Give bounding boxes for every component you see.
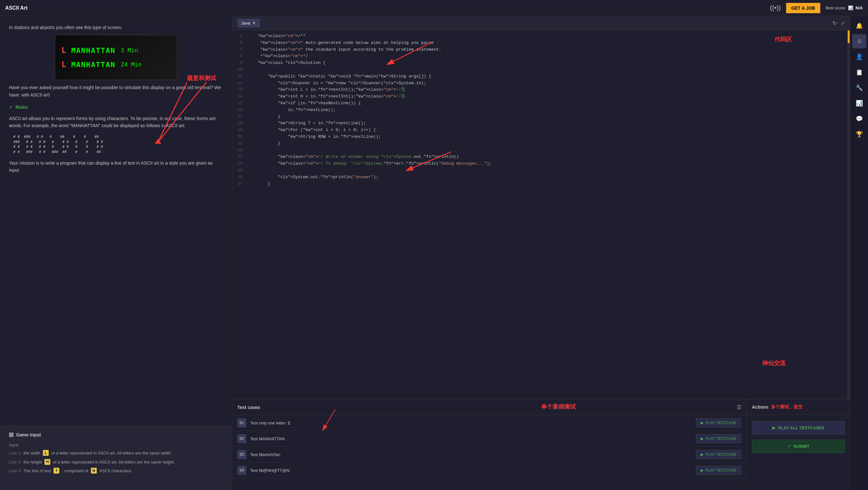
- submit-button[interactable]: ✓ SUBMIT: [752, 440, 845, 453]
- code-line-8: 8 *"kw">class="cm">*/: [232, 53, 847, 60]
- language-label: Java: [241, 21, 250, 26]
- problem-description: In stations and airports you often see t…: [0, 16, 232, 426]
- sign-letter-1: L: [62, 44, 66, 57]
- code-line-23: 23 "kw">class="cm">// Write an answer us…: [232, 154, 847, 161]
- play-testcase-button[interactable]: ▶ PLAY TESTCASE: [696, 450, 741, 459]
- code-content[interactable]: 5 "kw">class="cm">/**6 "kw">class="cm">*…: [232, 30, 847, 399]
- test-number: 03: [237, 450, 246, 459]
- line-number: 10: [235, 66, 248, 73]
- play-all-label: PLAY ALL TESTCASES: [778, 426, 824, 430]
- main-container: In stations and airports you often see t…: [0, 16, 868, 490]
- test-case-item: 03 Test ManhAtTan ▶ PLAY TESTCASE: [232, 447, 746, 463]
- code-line-27: 27 }: [232, 181, 847, 188]
- line-number: 26: [235, 174, 248, 181]
- score-value: N/A: [856, 5, 863, 10]
- expand-button[interactable]: ⤢: [841, 20, 845, 26]
- var-T-badge: T: [54, 468, 59, 473]
- sign-text-2: MANHATTAN: [71, 59, 116, 70]
- line2-text: the height: [24, 459, 42, 465]
- score-chart-icon: 📊: [848, 5, 853, 10]
- line-number: 18: [235, 120, 248, 127]
- right-sidebar: 🔔 ⚙ 👤 📋 🔧 📊 💬 🏆: [850, 16, 868, 490]
- line-number: 22: [235, 147, 248, 154]
- get-a-job-button[interactable]: GET A JOB: [786, 3, 820, 13]
- line-code-content: "kw">for ("kw">int i = 0; i < H; i++) {: [248, 127, 376, 134]
- sidebar-icon-clipboard[interactable]: 📋: [852, 65, 866, 79]
- sidebar-icon-trophy[interactable]: 🏆: [852, 127, 866, 141]
- line1-suffix: of a letter represented in ASCII art. Al…: [51, 450, 172, 456]
- line-code-content: "kw">if (in."fn">hasNextLine()) {: [248, 100, 361, 107]
- test-cases-title: Test cases: [237, 405, 260, 410]
- game-input-title: Game Input: [16, 432, 41, 437]
- line-code-content: *"kw">class="cm">*/: [248, 53, 308, 60]
- play-label: PLAY TESTCASE: [706, 452, 737, 457]
- line1-item: Line 1: the width L of a letter represen…: [9, 450, 223, 456]
- line-code-content: }: [248, 114, 280, 120]
- sidebar-icon-user[interactable]: 👤: [852, 50, 866, 64]
- line-code-content: "kw">int H = in."fn">nextInt();"kw">clas…: [248, 93, 405, 100]
- annotation-multi-test: 多个测试、提交: [771, 404, 803, 410]
- line1-text: the width: [24, 450, 40, 456]
- input-icon: [9, 433, 13, 437]
- sign-letter-2: L: [62, 58, 66, 71]
- editor-toolbar: Java ▼ ↻ ⤢: [232, 16, 850, 30]
- sidebar-icon-notifications[interactable]: 🔔: [852, 19, 866, 33]
- header-right: ((•)) GET A JOB Best score 📊 N/A: [770, 3, 863, 13]
- test-case-item: 04 Test M@NH@TT@N ▶ PLAY TESTCASE: [232, 463, 746, 479]
- var-H-badge: H: [44, 459, 50, 465]
- actions-body: ▶ PLAY ALL TESTCASES ✓ SUBMIT: [747, 415, 850, 459]
- code-line-24: 24 "kw">class="cm">// To debug: "cls">Sy…: [232, 161, 847, 167]
- line-number: 14: [235, 93, 248, 100]
- sidebar-icon-chart[interactable]: 📊: [852, 96, 866, 110]
- test-number: 02: [237, 434, 246, 443]
- line-code-content: }: [248, 140, 280, 147]
- language-selector[interactable]: Java ▼: [237, 19, 260, 27]
- code-line-14: 14 "kw">int H = in."fn">nextInt();"kw">c…: [232, 93, 847, 100]
- test-name: Test only one letter: E: [250, 421, 692, 426]
- code-line-9: 9 "kw">class "cls">Solution {: [232, 60, 847, 66]
- code-line-5: 5 "kw">class="cm">/**: [232, 33, 847, 40]
- sidebar-icon-settings[interactable]: ⚙: [852, 34, 866, 49]
- code-line-21: 21 }: [232, 140, 847, 147]
- test-number: 04: [237, 466, 246, 475]
- line3-label: Line 3:: [9, 468, 22, 474]
- editor-scrollbar[interactable]: [847, 30, 850, 399]
- line-code-content: "cls">System.out."fn">println("answer");: [248, 174, 378, 181]
- code-line-13: 13 "kw">int L = in."fn">nextInt();"kw">c…: [232, 87, 847, 93]
- play-label: PLAY TESTCASE: [706, 436, 737, 441]
- sidebar-icon-chat[interactable]: 💬: [852, 112, 866, 126]
- list-icon[interactable]: ☰: [737, 404, 741, 410]
- chevron-down-icon: ▼: [252, 21, 256, 26]
- refresh-button[interactable]: ↻: [833, 20, 837, 26]
- test-cases-panel: Test cases ☰ 01 Test only one letter: E …: [232, 400, 747, 490]
- code-line-10: 10: [232, 66, 847, 73]
- play-icon: ▶: [701, 468, 704, 472]
- play-all-button[interactable]: ▶ PLAY ALL TESTCASES: [752, 421, 845, 434]
- line-code-content: "kw">class="cm">/**: [248, 33, 305, 40]
- line-code-content: }: [248, 181, 270, 188]
- code-line-16: 16 in."fn">nextLine();: [232, 107, 847, 114]
- page-title: ASCII Art: [5, 5, 770, 11]
- test-number: 01: [237, 419, 246, 427]
- sidebar-icon-tools[interactable]: 🔧: [852, 81, 866, 95]
- code-line-17: 17 }: [232, 114, 847, 120]
- input-label: Input: [9, 442, 223, 448]
- play-testcase-button[interactable]: ▶ PLAY TESTCASE: [696, 466, 741, 475]
- line-number: 6: [235, 40, 248, 47]
- best-score: Best score 📊 N/A: [826, 5, 863, 10]
- code-line-19: 19 "kw">for ("kw">int i = 0; i < H; i++)…: [232, 127, 847, 134]
- play-all-icon: ▶: [772, 426, 775, 430]
- code-line-7: 7 "kw">class="cm">* the standard input a…: [232, 47, 847, 53]
- code-line-6: 6 "kw">class="cm">* Auto-generated code …: [232, 40, 847, 47]
- play-icon: ▶: [701, 421, 704, 425]
- line-code-content: "kw">class="cm">* the standard input acc…: [248, 47, 441, 53]
- mission-text: Your mission is to write a program that …: [9, 160, 223, 174]
- play-icon: ▶: [701, 452, 704, 457]
- code-line-20: 20 "kw">String ROW = in."fn">nextLine();: [232, 134, 847, 140]
- code-line-18: 18 "kw">String T = in."fn">nextLine();: [232, 120, 847, 127]
- best-score-label: Best score: [826, 5, 845, 10]
- sign-row-1: L MANHATTAN 3 Min: [62, 44, 138, 57]
- line-number: 8: [235, 53, 248, 60]
- play-testcase-button[interactable]: ▶ PLAY TESTCASE: [696, 434, 741, 443]
- play-testcase-button[interactable]: ▶ PLAY TESTCASE: [696, 419, 741, 427]
